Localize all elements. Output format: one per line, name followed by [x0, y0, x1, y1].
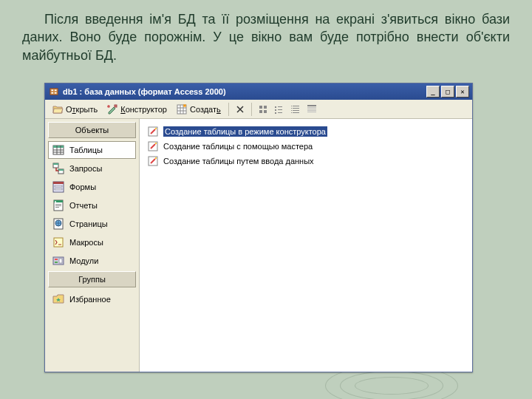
create-label: Создать — [190, 105, 221, 114]
sidebar-item-reports[interactable]: Отчеты — [48, 197, 136, 214]
window-title: db1 : база данных (формат Access 2000) — [63, 87, 426, 96]
create-button[interactable]: Создать — [172, 102, 225, 117]
toolbar: Открыть Конструктор Создать — [45, 100, 472, 119]
svg-rect-26 — [293, 110, 299, 111]
slide-paragraph: Після введення ім'я БД та її розміщення … — [22, 10, 510, 64]
svg-rect-5 — [115, 105, 117, 107]
sidebar-item-label: Макросы — [69, 238, 103, 247]
open-button[interactable]: Открыть — [48, 102, 101, 117]
toolbar-separator — [228, 103, 229, 116]
maximize-button[interactable]: □ — [441, 86, 454, 98]
sidebar-item-queries[interactable]: Запросы — [48, 160, 136, 177]
svg-point-64 — [155, 143, 157, 144]
svg-point-53 — [55, 201, 56, 202]
window-controls: _ □ ✕ — [426, 86, 469, 98]
sidebar-item-pages[interactable]: Страницы — [48, 215, 136, 233]
svg-rect-52 — [55, 207, 59, 208]
svg-rect-46 — [55, 185, 62, 187]
list-button[interactable] — [288, 102, 303, 117]
svg-rect-30 — [307, 107, 316, 108]
svg-rect-43 — [58, 169, 64, 171]
svg-rect-31 — [307, 109, 316, 109]
details-icon — [306, 103, 318, 115]
svg-rect-4 — [55, 92, 57, 94]
svg-rect-23 — [291, 108, 292, 109]
svg-rect-33 — [307, 112, 316, 112]
svg-rect-14 — [264, 110, 267, 113]
sidebar-item-label: Модули — [69, 256, 98, 265]
svg-rect-56 — [54, 238, 63, 247]
svg-rect-32 — [307, 110, 316, 111]
content-item-label: Создание таблицы с помощью мастера — [163, 142, 313, 151]
sidebar-item-label: Формы — [69, 183, 96, 191]
wizard-icon — [147, 155, 159, 167]
svg-rect-13 — [259, 110, 262, 113]
svg-rect-24 — [293, 108, 299, 109]
open-icon — [52, 103, 64, 115]
content-pane: Создание таблицы в режиме конструктора С… — [140, 119, 472, 372]
small-icons-button[interactable] — [272, 102, 287, 117]
sidebar-item-label: Страницы — [69, 219, 108, 228]
svg-rect-19 — [275, 112, 276, 114]
sidebar-item-tables[interactable]: Таблицы — [48, 141, 136, 159]
sidebar-item-label: Отчеты — [69, 201, 98, 210]
designer-label: Конструктор — [120, 105, 167, 114]
sidebar-item-macros[interactable]: Макросы — [48, 233, 136, 251]
report-icon — [52, 199, 65, 212]
minimize-button[interactable]: _ — [426, 86, 440, 98]
favorites-icon — [52, 293, 65, 306]
large-icons-icon — [257, 103, 269, 115]
svg-rect-18 — [278, 109, 282, 110]
designer-button[interactable]: Конструктор — [103, 102, 171, 117]
svg-rect-3 — [52, 92, 54, 94]
delete-button[interactable] — [233, 102, 248, 117]
create-table-entry[interactable]: Создание таблицы путем ввода данных — [144, 154, 468, 168]
svg-point-66 — [155, 157, 157, 159]
macro-icon — [52, 236, 65, 249]
x-icon — [234, 103, 246, 115]
db-window: db1 : база данных (формат Access 2000) _… — [44, 83, 473, 372]
sidebar-item-forms[interactable]: Формы — [48, 178, 136, 196]
designer-icon — [106, 103, 118, 115]
svg-rect-15 — [275, 106, 276, 108]
svg-rect-35 — [53, 146, 64, 148]
wizard-icon — [147, 140, 159, 152]
close-button[interactable]: ✕ — [456, 86, 469, 98]
svg-rect-59 — [55, 262, 58, 263]
sidebar-header-groups[interactable]: Группы — [48, 271, 136, 287]
form-icon — [52, 180, 65, 194]
svg-point-62 — [155, 128, 157, 129]
sidebar-item-label: Избранное — [69, 295, 111, 304]
sidebar-item-label: Таблицы — [69, 146, 103, 154]
details-button[interactable] — [304, 102, 319, 117]
create-table-designer[interactable]: Создание таблицы в режиме конструктора — [144, 125, 468, 138]
table-icon — [52, 143, 65, 157]
svg-rect-22 — [293, 106, 299, 106]
svg-rect-20 — [278, 112, 282, 113]
svg-rect-51 — [55, 205, 61, 206]
svg-rect-11 — [259, 106, 262, 109]
svg-rect-50 — [55, 204, 61, 205]
content-item-label: Создание таблицы в режиме конструктора — [163, 126, 327, 137]
svg-rect-0 — [50, 89, 58, 95]
svg-rect-58 — [55, 259, 58, 260]
create-table-wizard[interactable]: Создание таблицы с помощью мастера — [144, 140, 468, 153]
large-icons-button[interactable] — [256, 102, 270, 117]
db-icon — [48, 86, 60, 98]
svg-rect-16 — [278, 106, 282, 107]
sidebar-header-objects[interactable]: Объекты — [48, 122, 136, 138]
list-icon — [290, 103, 301, 115]
svg-rect-17 — [275, 109, 276, 111]
svg-rect-25 — [291, 110, 292, 111]
toolbar-separator — [251, 103, 252, 116]
svg-rect-12 — [264, 106, 267, 109]
content-item-label: Создание таблицы путем ввода данных — [163, 157, 314, 166]
sidebar-item-favorites[interactable]: Избранное — [48, 290, 136, 308]
svg-rect-29 — [307, 105, 316, 106]
svg-rect-60 — [59, 259, 62, 263]
svg-rect-21 — [291, 106, 292, 106]
titlebar[interactable]: db1 : база данных (формат Access 2000) _… — [45, 83, 472, 100]
svg-rect-1 — [52, 89, 54, 91]
sidebar: Объекты Таблицы Запросы Формы Отчеты Стр… — [45, 119, 140, 372]
sidebar-item-modules[interactable]: Модули — [48, 252, 136, 270]
